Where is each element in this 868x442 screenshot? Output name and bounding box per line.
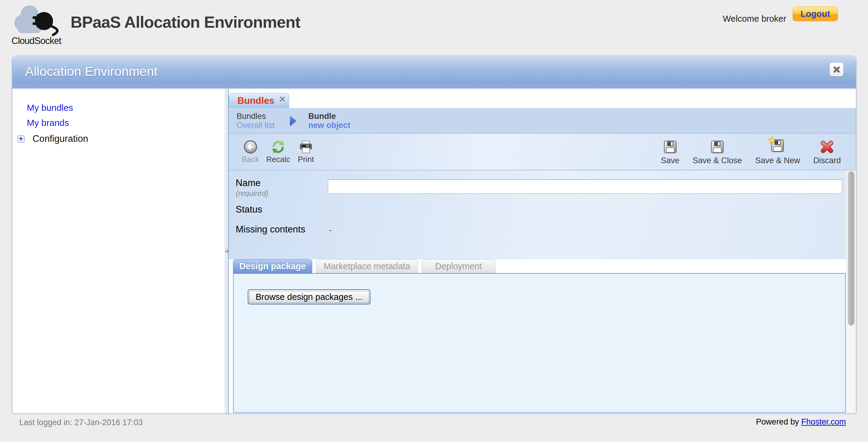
- cloud-plug-icon: [11, 2, 68, 36]
- allocation-environment-window: Allocation Environment My bundles My bra…: [12, 56, 856, 414]
- window-body: My bundles My brands + Configuration Bun…: [12, 89, 856, 413]
- print-icon: [299, 140, 313, 154]
- sidebar-item-configuration[interactable]: + Configuration: [17, 133, 224, 144]
- window-title: Allocation Environment: [25, 64, 158, 79]
- save-close-label: Save & Close: [692, 156, 742, 165]
- sidebar-item-my-bundles[interactable]: My bundles: [27, 101, 224, 114]
- detail-tabs: Design package Marketplace metadata Depl…: [229, 259, 856, 273]
- sidebar: My bundles My brands + Configuration: [12, 89, 224, 413]
- name-required-hint: (required): [236, 189, 268, 198]
- save-close-button[interactable]: Save & Close: [692, 140, 742, 165]
- print-label: Print: [298, 155, 314, 164]
- chevron-right-icon: [289, 115, 298, 127]
- breadcrumb-bundle-new-object: Bundle new object: [308, 112, 350, 130]
- tab-deployment[interactable]: Deployment: [422, 259, 495, 273]
- tab-marketplace-metadata[interactable]: Marketplace metadata: [316, 259, 418, 273]
- missing-contents-label: Missing contents: [236, 224, 305, 235]
- expand-plus-icon[interactable]: +: [17, 135, 25, 143]
- save-new-button[interactable]: Save & New: [755, 138, 800, 165]
- splitter-handle-icon[interactable]: [225, 248, 229, 252]
- save-new-label: Save & New: [755, 156, 800, 165]
- cloudsocket-logo: CloudSocket: [11, 2, 71, 37]
- name-input[interactable]: [328, 179, 842, 194]
- breadcrumb-level2-title: Bundle: [308, 112, 350, 121]
- last-login-text: Last logged in: 27-Jan-2016 17:03: [19, 418, 143, 427]
- welcome-text: Welcome broker: [723, 14, 786, 24]
- design-package-panel: Browse design packages ...: [233, 273, 846, 413]
- app-header: CloudSocket BPaaS Allocation Environment…: [0, 0, 868, 56]
- window-close-button[interactable]: [830, 62, 844, 76]
- toolbar-save-group: Save Save & Close: [661, 138, 841, 165]
- save-button[interactable]: Save: [661, 140, 680, 165]
- breadcrumb-level2-sub: new object: [308, 121, 350, 130]
- sidebar-item-my-brands[interactable]: My brands: [27, 116, 224, 129]
- discard-label: Discard: [813, 156, 841, 165]
- breadcrumb-bundles[interactable]: Bundles Overall list: [237, 112, 275, 130]
- recalc-label: Recalc: [266, 155, 290, 164]
- logout-button[interactable]: Logout: [793, 7, 838, 21]
- star-icon: [768, 136, 776, 144]
- toolbar: Back Recalc: [229, 133, 856, 170]
- name-label: Name: [236, 178, 261, 189]
- fhoster-link[interactable]: Fhoster.com: [801, 417, 846, 426]
- discard-icon: [820, 140, 834, 154]
- tab-bundles[interactable]: Bundles ✕: [229, 93, 289, 108]
- tab-strip: Bundles ✕: [229, 89, 856, 108]
- breadcrumb-level1-sub[interactable]: Overall list: [237, 121, 275, 130]
- recalc-button[interactable]: Recalc: [264, 140, 292, 164]
- browse-design-packages-button[interactable]: Browse design packages ...: [248, 290, 370, 304]
- save-icon: [663, 140, 678, 154]
- window-titlebar: Allocation Environment: [12, 56, 856, 89]
- status-label: Status: [236, 204, 262, 215]
- splitter[interactable]: [224, 89, 229, 413]
- save-label: Save: [661, 156, 680, 165]
- missing-contents-value: -: [329, 225, 332, 235]
- back-icon: [243, 140, 258, 154]
- sidebar-item-label: Configuration: [33, 133, 88, 144]
- tab-bundles-label: Bundles: [238, 96, 274, 106]
- bundle-form: Name (required) Status Missing contents …: [229, 170, 856, 259]
- logo-text: CloudSocket: [11, 36, 61, 46]
- save-close-icon: [710, 140, 724, 154]
- print-button[interactable]: Print: [292, 140, 320, 164]
- powered-by-text: Powered by: [756, 417, 801, 426]
- breadcrumb-level1-title: Bundles: [237, 112, 275, 121]
- vertical-scrollbar[interactable]: [846, 170, 856, 413]
- close-icon: [832, 65, 841, 74]
- tab-design-package[interactable]: Design package: [233, 259, 312, 273]
- breadcrumb: Bundles Overall list Bundle new object: [229, 108, 856, 133]
- back-button[interactable]: Back: [237, 140, 264, 164]
- discard-button[interactable]: Discard: [813, 140, 841, 165]
- back-label: Back: [242, 155, 259, 164]
- app-title: BPaaS Allocation Environment: [70, 13, 300, 31]
- powered-by: Powered by Fhoster.com: [756, 417, 846, 427]
- tab-close-icon[interactable]: ✕: [279, 95, 286, 104]
- recalc-icon: [271, 140, 285, 154]
- content-area: Bundles ✕ Bundles Overall list Bundle ne…: [229, 89, 856, 413]
- scrollbar-thumb[interactable]: [848, 171, 855, 326]
